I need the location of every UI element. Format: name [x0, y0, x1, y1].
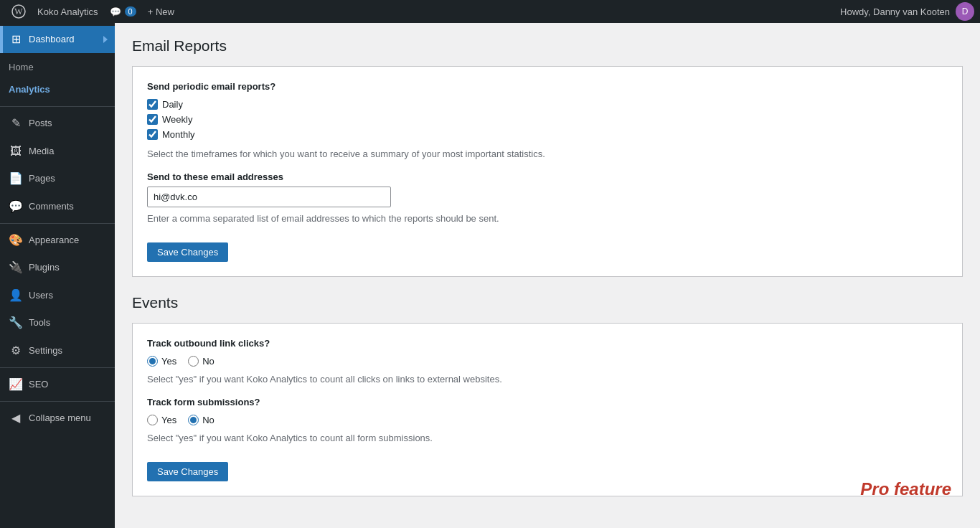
events-title: Events: [132, 294, 963, 311]
sidebar-arrow-icon: [103, 36, 108, 43]
plugins-icon: 🔌: [9, 260, 23, 275]
collapse-icon: ◀: [9, 410, 23, 426]
posts-icon: ✎: [9, 116, 23, 131]
sidebar-item-home[interactable]: Home: [0, 56, 115, 78]
howdy-text: Howdy, Danny van Kooten: [840, 6, 950, 17]
settings-icon: ⚙: [9, 343, 23, 359]
outbound-help: Select "yes" if you want Koko Analytics …: [147, 372, 948, 387]
sidebar-item-settings[interactable]: ⚙ Settings: [0, 337, 115, 364]
sidebar: ⊞ Dashboard Home Analytics ✎ Posts 🖼 Med…: [0, 23, 115, 528]
sidebar-item-pages[interactable]: 📄 Pages: [0, 165, 115, 192]
checkbox-group: Daily Weekly Monthly: [147, 99, 948, 140]
email-input[interactable]: [147, 187, 391, 207]
comments-badge: 0: [125, 6, 136, 16]
sidebar-plugins-label: Plugins: [29, 261, 60, 274]
monthly-checkbox[interactable]: [147, 129, 158, 140]
sidebar-media-label: Media: [29, 145, 54, 158]
seo-icon: 📈: [9, 377, 23, 392]
email-help: Enter a comma separated list of email ad…: [147, 212, 948, 226]
form-no-label[interactable]: No: [188, 415, 215, 425]
sidebar-item-appearance[interactable]: 🎨 Appearance: [0, 227, 115, 254]
outbound-yes-text: Yes: [161, 356, 176, 367]
sidebar-item-analytics[interactable]: Analytics: [0, 78, 115, 100]
sidebar-divider-4: [0, 401, 115, 402]
svg-text:W: W: [14, 6, 23, 16]
appearance-icon: 🎨: [9, 232, 23, 248]
send-periodic-question: Send periodic email reports?: [147, 81, 948, 92]
sidebar-comments-label: Comments: [29, 200, 74, 213]
topbar-site-name[interactable]: Koko Analytics: [32, 0, 104, 23]
main-content: Email Reports Send periodic email report…: [115, 23, 980, 528]
comment-icon: 💬: [110, 6, 121, 17]
sidebar-collapse-label: Collapse menu: [29, 412, 91, 425]
pages-icon: 📄: [9, 171, 23, 187]
daily-checkbox[interactable]: [147, 99, 158, 110]
send-to-label: Send to these email addresses: [147, 171, 948, 182]
topbar-new[interactable]: + New: [142, 0, 180, 23]
sidebar-item-media[interactable]: 🖼 Media: [0, 138, 115, 165]
timeframes-help: Select the timeframes for which you want…: [147, 147, 948, 161]
layout: ⊞ Dashboard Home Analytics ✎ Posts 🖼 Med…: [0, 23, 980, 528]
users-icon: 👤: [9, 288, 23, 303]
outbound-question: Track outbound link clicks?: [147, 338, 948, 349]
outbound-radio-group: Yes No: [147, 356, 948, 367]
outbound-no-radio[interactable]: [188, 356, 199, 367]
sidebar-divider-3: [0, 367, 115, 368]
monthly-checkbox-label[interactable]: Monthly: [147, 129, 948, 140]
tools-icon: 🔧: [9, 315, 23, 331]
sidebar-settings-label: Settings: [29, 344, 62, 357]
sidebar-item-comments[interactable]: 💬 Comments: [0, 193, 115, 220]
sidebar-divider-1: [0, 106, 115, 107]
topbar-comments[interactable]: 💬 0: [104, 0, 142, 23]
sidebar-analytics-label: Analytics: [9, 84, 50, 95]
sidebar-seo-label: SEO: [29, 378, 48, 391]
weekly-checkbox-label[interactable]: Weekly: [147, 114, 948, 125]
new-label: + New: [148, 6, 174, 17]
sidebar-item-collapse[interactable]: ◀ Collapse menu: [0, 405, 115, 432]
sidebar-tools-label: Tools: [29, 316, 50, 329]
outbound-yes-label[interactable]: Yes: [147, 356, 176, 367]
outbound-no-label[interactable]: No: [188, 356, 215, 367]
sidebar-dashboard-label: Dashboard: [29, 33, 75, 46]
daily-checkbox-label[interactable]: Daily: [147, 99, 948, 110]
sidebar-item-plugins[interactable]: 🔌 Plugins: [0, 254, 115, 281]
pro-feature-text: Pro feature: [860, 479, 951, 499]
outbound-yes-radio[interactable]: [147, 356, 158, 367]
sidebar-item-seo[interactable]: 📈 SEO: [0, 371, 115, 398]
weekly-checkbox[interactable]: [147, 114, 158, 125]
sidebar-posts-label: Posts: [29, 117, 52, 130]
sidebar-item-users[interactable]: 👤 Users: [0, 282, 115, 309]
form-submission-question: Track form submissions?: [147, 397, 948, 407]
form-no-radio[interactable]: [188, 415, 199, 425]
media-icon: 🖼: [9, 143, 23, 159]
wp-logo-icon[interactable]: W: [6, 4, 32, 19]
topbar: W Koko Analytics 💬 0 + New Howdy, Danny …: [0, 0, 980, 23]
topbar-right: Howdy, Danny van Kooten D: [840, 2, 974, 21]
sidebar-users-label: Users: [29, 289, 53, 302]
sidebar-item-tools[interactable]: 🔧 Tools: [0, 309, 115, 336]
save-changes-button-1[interactable]: Save Changes: [147, 242, 228, 262]
form-yes-radio[interactable]: [147, 415, 158, 425]
email-reports-title: Email Reports: [132, 37, 963, 55]
monthly-label: Monthly: [162, 129, 195, 140]
form-help: Select "yes" if you want Koko Analytics …: [147, 431, 948, 446]
avatar-inner: D: [956, 2, 974, 21]
sidebar-item-dashboard[interactable]: ⊞ Dashboard: [0, 26, 115, 53]
daily-label: Daily: [162, 99, 183, 110]
sidebar-home-label: Home: [9, 62, 34, 72]
avatar[interactable]: D: [956, 2, 974, 21]
dashboard-icon: ⊞: [9, 32, 23, 47]
form-radio-group: Yes No: [147, 415, 948, 425]
sidebar-appearance-label: Appearance: [29, 234, 79, 247]
sidebar-pages-label: Pages: [29, 172, 55, 185]
form-no-text: No: [202, 415, 215, 425]
email-reports-form: Send periodic email reports? Daily Weekl…: [132, 66, 963, 277]
weekly-label: Weekly: [162, 114, 192, 125]
sidebar-item-posts[interactable]: ✎ Posts: [0, 110, 115, 137]
outbound-no-text: No: [202, 356, 215, 367]
form-yes-label[interactable]: Yes: [147, 415, 176, 425]
sidebar-divider-2: [0, 223, 115, 224]
comments-icon: 💬: [9, 199, 23, 214]
save-changes-button-2[interactable]: Save Changes: [147, 462, 228, 481]
topbar-site-label: Koko Analytics: [37, 6, 98, 17]
